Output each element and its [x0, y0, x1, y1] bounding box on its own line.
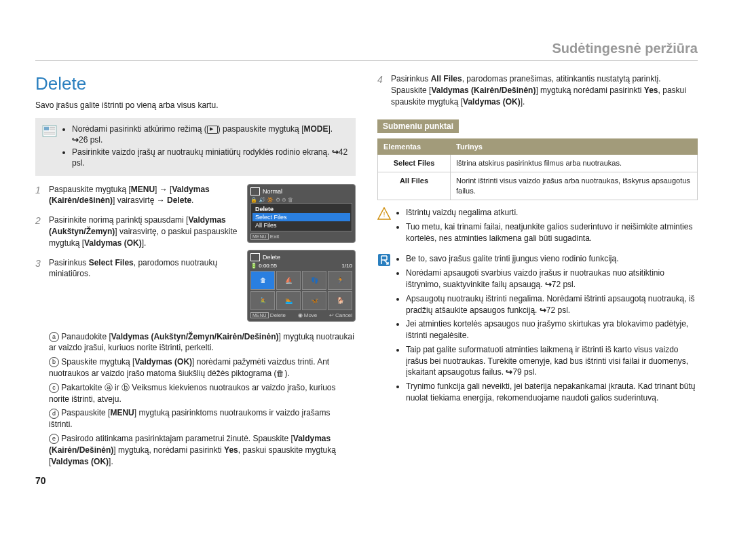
note-item: Norėdami pasirinkti atkūrimo režimą () p… — [72, 124, 349, 145]
submenu-table: Elementas Turinys Select Files Ištrina a… — [377, 138, 698, 200]
step-1: Paspauskite mygtuką [MENU] [Valdymas (Ka… — [35, 184, 356, 207]
svg-rect-5 — [44, 133, 55, 134]
left-column: Delete Savo įrašus galite ištrinti po vi… — [35, 73, 356, 475]
tip-item: Jei atminties kortelės apsaugos nuo įraš… — [406, 318, 698, 341]
note-item: Pasirinkite vaizdo įrašų ar nuotraukų mi… — [72, 147, 349, 168]
tip-item: Be to, savo įrašus galite trinti įjungus… — [406, 253, 698, 265]
playback-icon — [207, 126, 218, 134]
page-header: Sudėtingesnė peržiūra — [35, 41, 698, 61]
step-2: Pasirinkite norimą parinktį spausdami [V… — [35, 214, 356, 248]
tip-item: Taip pat galite suformatuoti atminties l… — [406, 344, 698, 378]
table-row: All Files Norint ištrinti visus vaizdo į… — [378, 172, 698, 200]
svg-text:!: ! — [383, 210, 385, 219]
svg-rect-3 — [50, 129, 55, 130]
th-element: Elementas — [378, 139, 451, 155]
tip-item: Apsaugotų nuotraukų ištrinti negalima. N… — [406, 293, 698, 316]
th-content: Turinys — [451, 139, 698, 155]
warn-item: Tuo metu, kai trinami failai, neatjunkit… — [406, 221, 698, 244]
svg-rect-2 — [50, 126, 55, 128]
warning-block: ! Ištrintų vaizdų negalima atkurti. Tuo … — [377, 207, 698, 246]
substep-c: c Pakartokite ⓐ ir ⓑ Veiksmus kiekvienos… — [49, 382, 356, 405]
page-number: 70 — [35, 475, 46, 486]
step-4: Pasirinkus All Files, parodomas pranešim… — [377, 73, 698, 107]
submenu-heading: Submeniu punktai — [377, 119, 459, 133]
note-box: Norėdami pasirinkti atkūrimo režimą () p… — [35, 118, 356, 176]
right-column: Pasirinkus All Files, parodomas pranešim… — [377, 73, 698, 475]
table-row: Select Files Ištrina atskirus pasirinktu… — [378, 155, 698, 172]
warn-item: Ištrintų vaizdų negalima atkurti. — [406, 207, 698, 219]
tip-item: Norėdami apsaugoti svarbius vaizdo įrašu… — [406, 267, 698, 291]
substep-e: e Pasirodo atitinkama pasirinktajam para… — [49, 433, 356, 467]
info-icon — [377, 253, 391, 267]
preview-icon — [42, 125, 57, 137]
substep-d: d Paspauskite [MENU] mygtuką pasirinktom… — [49, 407, 356, 430]
svg-rect-1 — [44, 126, 49, 130]
warning-icon: ! — [377, 207, 391, 221]
section-title: Delete — [35, 73, 356, 94]
tip-item: Trynimo funkcija gali neveikti, jei bate… — [406, 381, 698, 404]
substep-b: b Spauskite mygtuką [Valdymas (OK)] norė… — [49, 356, 356, 379]
substep-a: a Panaudokite [Valdymas (Aukštyn/Žemyn/K… — [49, 331, 356, 354]
intro-text: Savo įrašus galite ištrinti po vieną arb… — [35, 100, 356, 111]
step-3: Pasirinkus Select Files, parodomos nuotr… — [35, 257, 356, 468]
tips-block: Be to, savo įrašus galite trinti įjungus… — [377, 253, 698, 407]
svg-rect-4 — [44, 132, 55, 133]
